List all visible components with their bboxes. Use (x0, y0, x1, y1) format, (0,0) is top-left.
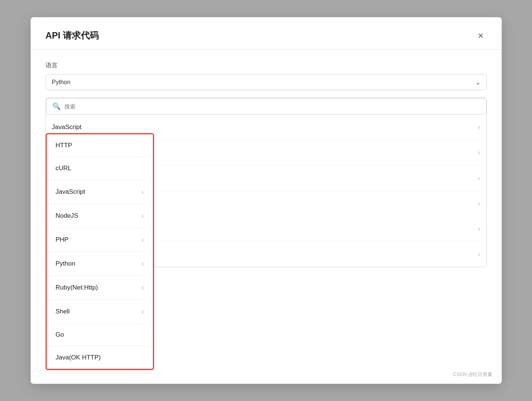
dropdown-item-label: HTTP (56, 142, 72, 149)
dropdown-item-label: Ruby(Net:Http) (56, 284, 98, 291)
search-icon: 🔍 (52, 102, 61, 110)
dropdown-item-javascript[interactable]: JavaScript › (47, 180, 153, 204)
dropdown-item-label: JavaScript (56, 188, 85, 196)
modal-body: 语言 Python HTTP cURL JavaScript NodeJS PH… (31, 50, 502, 384)
chevron-right-icon: › (141, 283, 144, 292)
modal-dialog: API 请求代码 × 语言 Python HTTP cURL JavaScrip… (31, 17, 502, 384)
dropdown-item-label: NodeJS (56, 212, 78, 220)
search-input[interactable] (64, 103, 480, 110)
dropdown-item-http[interactable]: HTTP (47, 134, 153, 157)
language-select[interactable]: Python HTTP cURL JavaScript NodeJS PHP R… (46, 74, 487, 90)
dropdown-item-label: Python (56, 260, 76, 267)
dropdown-item-shell[interactable]: Shell › (47, 300, 153, 324)
chevron-right-icon: › (478, 174, 480, 182)
chevron-right-icon: › (141, 307, 144, 316)
close-button[interactable]: × (475, 29, 486, 42)
language-select-wrapper: Python HTTP cURL JavaScript NodeJS PHP R… (46, 74, 487, 90)
modal-header: API 请求代码 × (31, 17, 502, 50)
watermark: CSDN @红目香薰 (453, 371, 493, 378)
chevron-right-icon: › (478, 123, 480, 131)
chevron-right-icon: › (141, 187, 144, 196)
search-box: 🔍 (46, 98, 486, 114)
dropdown-item-label: Shell (56, 308, 70, 315)
dropdown-item-nodejs[interactable]: NodeJS › (47, 204, 153, 228)
chevron-right-icon: › (478, 224, 480, 233)
dropdown-item-ruby[interactable]: Ruby(Net:Http) › (47, 276, 153, 300)
list-item-label: JavaScript (52, 123, 82, 131)
dropdown-item-curl[interactable]: cURL (47, 157, 153, 180)
chevron-right-icon: › (478, 250, 480, 258)
modal-overlay: API 请求代码 × 语言 Python HTTP cURL JavaScrip… (0, 0, 532, 401)
dropdown-item-python[interactable]: Python › (47, 252, 153, 276)
dropdown-item-label: Go (56, 331, 64, 339)
chevron-right-icon: › (141, 259, 144, 268)
dropdown-item-go[interactable]: Go (47, 324, 153, 346)
modal-title: API 请求代码 (46, 30, 99, 42)
language-label: 语言 (46, 62, 487, 70)
dropdown-item-label: PHP (56, 236, 69, 244)
chevron-right-icon: › (478, 148, 480, 157)
chevron-right-icon: › (141, 235, 144, 244)
chevron-right-icon: › (141, 211, 144, 220)
language-dropdown-panel: HTTP cURL JavaScript › NodeJS › PHP › (46, 133, 154, 370)
chevron-right-icon: › (478, 199, 480, 208)
dropdown-item-label: cURL (56, 165, 72, 172)
dropdown-item-label: Java(OK HTTP) (56, 354, 101, 361)
dropdown-item-java[interactable]: Java(OK HTTP) (47, 346, 153, 369)
dropdown-item-php[interactable]: PHP › (47, 228, 153, 252)
